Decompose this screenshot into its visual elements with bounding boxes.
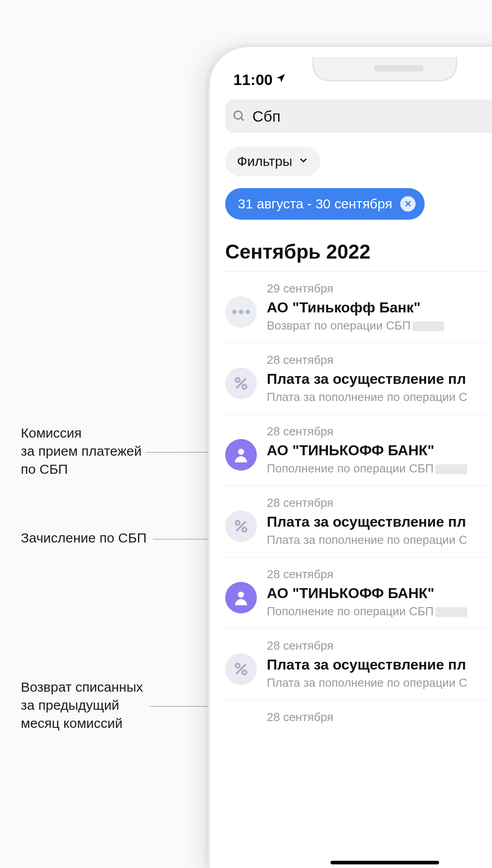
transaction-percent-icon [225,510,257,542]
masked-value [435,607,467,617]
search-field[interactable]: ✕ [225,99,492,133]
svg-line-1 [241,118,244,121]
transaction-percent-icon [225,653,257,685]
transaction-row[interactable]: 28 сентября Плата за осуществление пл Пл… [220,343,492,414]
transaction-title: АО "Тинькофф Банк" [267,299,492,316]
filters-label: Фильтры [237,154,292,169]
transaction-subtitle: Возврат по операции СБП [267,319,492,333]
transaction-subtitle: Пополнение по операции СБП [267,462,492,476]
location-icon [275,73,286,87]
transaction-subtitle: Плата за пополнение по операции С [267,390,492,404]
transaction-date: 28 сентября [267,353,492,367]
transaction-date: 28 сентября [267,496,492,510]
transaction-date: 29 сентября [267,282,492,296]
annotation-leader-line [146,452,217,453]
transaction-subtitle: Плата за пополнение по операции С [267,676,492,690]
svg-line-8 [237,522,246,531]
svg-point-7 [242,528,246,532]
annotation-credit: Зачисление по СБП [21,529,184,547]
transaction-row[interactable]: 28 сентября Плата за осуществление пл Пл… [220,486,492,557]
remove-date-filter-button[interactable]: ✕ [400,196,416,212]
transaction-title: АО "ТИНЬКОФФ БАНК" [267,442,492,459]
svg-point-5 [238,449,244,455]
transaction-subtitle: Плата за пополнение по операции С [267,533,492,547]
phone-screen: 11:00 ✕ Фильтры [220,57,492,868]
svg-point-9 [238,592,244,598]
masked-value [412,321,444,331]
masked-value [435,464,467,474]
home-indicator[interactable] [331,861,439,864]
date-range-chip[interactable]: 31 августа - 30 сентября ✕ [225,188,425,220]
chevron-down-icon [298,155,308,168]
search-input[interactable] [252,108,492,125]
annotation-leader-line [153,539,217,539]
search-icon [232,109,246,123]
annotation-text: Возврат списанныхза предыдущиймесяц коми… [21,679,143,731]
transaction-title: Плата за осуществление пл [267,514,492,530]
transaction-icon-placeholder [225,725,257,756]
phone-notch [312,57,457,81]
transaction-person-icon [225,439,257,471]
transaction-date: 28 сентября [267,639,492,653]
transaction-subtitle: Пополнение по операции СБП [267,604,492,618]
svg-point-6 [236,521,240,525]
status-time: 11:00 [233,71,273,89]
transaction-dots-icon [225,296,257,328]
transaction-date: 28 сентября [267,710,492,724]
chips-row: Фильтры [220,133,492,176]
search-row: ✕ [220,93,492,133]
transaction-person-icon [225,582,257,613]
date-range-label: 31 августа - 30 сентября [238,196,392,212]
transaction-date: 28 сентября [267,425,492,439]
svg-point-3 [242,385,246,389]
transaction-row[interactable]: 28 сентября [220,700,492,766]
transaction-row[interactable]: 28 сентября АО "ТИНЬКОФФ БАНК" Пополнени… [220,414,492,486]
annotation-refund: Возврат списанныхза предыдущиймесяц коми… [21,678,184,732]
annotation-text: Зачисление по СБП [21,530,147,545]
svg-line-12 [237,665,246,674]
phone-mockup: 11:00 ✕ Фильтры [208,45,492,868]
transaction-row[interactable]: 28 сентября Плата за осуществление пл Пл… [220,628,492,700]
transaction-title: АО "ТИНЬКОФФ БАНК" [267,585,492,602]
transaction-row[interactable]: 29 сентября АО "Тинькофф Банк" Возврат п… [220,271,492,343]
annotation-commission: Комиссияза прием платежейпо СБП [21,424,184,478]
svg-point-0 [234,111,242,119]
transaction-date: 28 сентября [267,567,492,581]
phone-speaker [374,65,424,71]
transaction-row[interactable]: 28 сентября АО "ТИНЬКОФФ БАНК" Пополнени… [220,557,492,628]
svg-point-11 [242,670,246,675]
transaction-title: Плата за осуществление пл [267,656,492,673]
transaction-percent-icon [225,368,257,399]
month-header: Сентябрь 2022 [220,220,492,271]
svg-line-4 [237,379,246,388]
transaction-title: Плата за осуществление пл [267,371,492,387]
annotation-text: Комиссияза прием платежейпо СБП [21,425,142,476]
svg-point-10 [236,664,240,668]
svg-point-2 [236,378,240,382]
filters-chip[interactable]: Фильтры [225,146,320,176]
annotation-leader-line [149,706,217,707]
